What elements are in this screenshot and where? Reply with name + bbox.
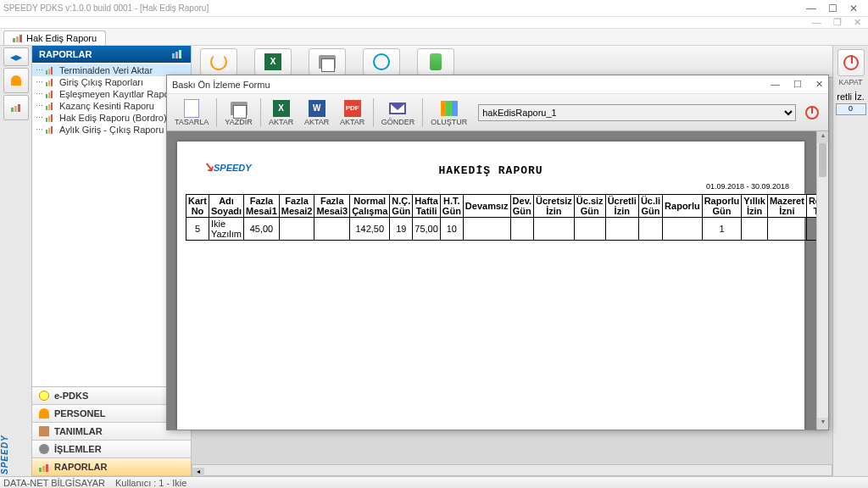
print-button[interactable] [309,48,346,75]
bulb-icon [39,391,49,401]
preview-close-button[interactable] [803,103,821,122]
col-kartno: Kart No [186,195,209,218]
maximize-icon[interactable]: ☐ [828,3,837,14]
preview-scrollbar[interactable]: ▴ ▾ [816,131,828,430]
export-pdf-button[interactable]: PDFAKTAR [336,97,370,129]
minimize-icon[interactable]: — [806,3,816,14]
scroll-up-icon[interactable]: ▴ [817,131,828,143]
chart-icon [46,102,56,110]
tree-label: Terminalden Veri Aktar [59,65,153,75]
close-app-button[interactable] [837,49,865,76]
col-ucsizgun: Üc.siz Gün [574,195,605,218]
book-icon [39,426,49,436]
database-icon [430,53,442,70]
preview-close-icon[interactable]: ✕ [815,79,823,90]
disk-icon [373,53,390,70]
chart-icon [13,34,23,42]
col-devamsiz: Devamsız [463,195,510,218]
expand-icon: ⋯ [36,78,42,86]
field-value[interactable]: 0 [836,103,866,115]
excel-button[interactable]: X [254,48,292,75]
disk-button[interactable] [363,48,400,75]
dock-chart-button[interactable] [3,95,29,120]
main-toolbar: X [192,46,832,78]
db-button[interactable] [417,48,454,75]
left-dock: ◂▸ [0,46,32,476]
nav-arrow-icon: ◂▸ [10,50,22,64]
separator [373,98,374,127]
export-word-button[interactable]: WAKTAR [300,97,334,129]
expand-icon: ⋯ [36,102,42,110]
btn-label: AKTAR [340,118,364,126]
send-button[interactable]: GÖNDER [377,97,420,129]
nav-collapse-button[interactable]: ◂▸ [3,47,29,66]
bars-icon [39,462,49,472]
cell [663,218,703,241]
mdi-restore-icon[interactable]: ❐ [833,17,842,28]
print-button[interactable]: YAZDIR [220,97,256,129]
cell [767,218,806,241]
tree-label: Aylık Giriş - Çıkış Raporu [59,125,164,135]
preview-toolbar: TASARLA YAZDIR XAKTAR WAKTAR PDFAKTAR GÖ… [167,94,828,131]
chart-icon [46,66,56,75]
preview-minimize-icon[interactable]: — [771,79,780,90]
dock-users-button[interactable] [3,68,29,93]
cell: Ikie Yazılım [209,218,244,241]
expand-icon: ⋯ [36,66,42,75]
cell [463,218,510,241]
mail-icon [389,103,406,114]
excel-icon: X [264,53,281,70]
report-title: HAKEDİŞ RAPORU [186,164,796,177]
right-fields: retli İz. 0 [836,92,866,115]
btn-label: TASARLA [175,118,209,126]
cell [279,218,314,241]
cell [314,218,350,241]
cell: 1 [702,218,742,241]
field-label-1: retli İz. [836,92,866,102]
separator [422,98,423,127]
mdi-min-icon[interactable]: — [812,17,821,28]
right-panel: KAPAT retli İz. 0 [832,46,868,476]
mdi-close-icon[interactable]: ✕ [854,17,861,28]
cell [605,218,638,241]
cell: 142,50 [350,218,390,241]
export-excel-button[interactable]: XAKTAR [264,97,298,129]
col-htgun: H.T. Gün [440,195,463,218]
cell [574,218,605,241]
refresh-button[interactable] [200,48,237,75]
preview-title: Baskı Ön İzleme Formu [172,80,771,90]
scroll-down-icon[interactable]: ▾ [817,418,828,430]
col-yillik: Yıllık İzin [742,195,768,218]
people-icon [11,75,21,86]
vertical-logo: SPEEDY [0,424,12,474]
tab-label: Hak Ediş Raporu [26,33,97,43]
btn-label: YAZDIR [225,118,252,126]
report-select[interactable]: hakEdisRaporu_1 [478,104,796,121]
chart-icon [172,50,184,58]
col-normal: Normal Çalışma [350,195,390,218]
col-raporlugun: Raporlu Gün [702,195,742,218]
col-ucretsiz: Ücretsiz İzin [534,195,575,218]
horizontal-scrollbar[interactable]: ◂ [192,464,832,476]
chart-icon [441,101,458,116]
nav-islemler[interactable]: İŞLEMLER [32,441,191,458]
cell: 45,00 [244,218,280,241]
tree-label: Giriş Çıkış Raporları [59,77,143,87]
scroll-thumb[interactable] [819,143,826,177]
tab-hak-edis[interactable]: Hak Ediş Raporu [3,30,106,45]
sidebar-title: RAPORLAR [39,49,92,59]
col-fm3: Fazla Mesai3 [314,195,350,218]
cell: 19 [390,218,413,241]
chart-icon [46,125,56,134]
table-row: 5 Ikie Yazılım 45,00 142,50 19 75,00 10 [186,218,829,241]
preview-titlebar[interactable]: Baskı Ön İzleme Formu — ☐ ✕ [167,75,828,94]
app-title: SPEEDY PDKS v:1.0.0 build 0001 - [Hak Ed… [3,3,806,13]
power-icon [805,106,819,119]
close-icon[interactable]: ✕ [849,3,858,14]
preview-maximize-icon[interactable]: ☐ [793,79,802,90]
create-button[interactable]: OLUŞTUR [426,97,471,129]
col-ucretli: Ücretli İzin [605,195,638,218]
design-button[interactable]: TASARLA [170,97,213,129]
nav-raporlar[interactable]: RAPORLAR [32,458,191,476]
separator [260,98,261,127]
